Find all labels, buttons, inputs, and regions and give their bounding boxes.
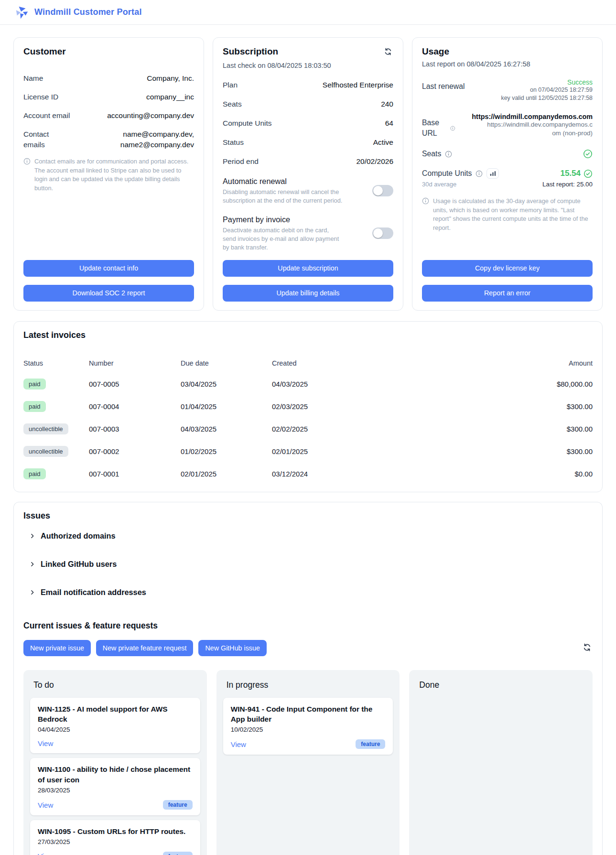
customer-actions: Update contact info Download SOC 2 repor… xyxy=(23,252,194,302)
app-header: Windmill Customer Portal xyxy=(0,0,616,25)
invoice-number: 007-0003 xyxy=(89,425,181,433)
board-actions: New private issue New private feature re… xyxy=(23,640,593,656)
invoice-row: paid 007-0001 02/01/2025 03/12/2024 $0.0… xyxy=(23,468,593,479)
col-status: Status xyxy=(23,359,89,367)
info-icon xyxy=(476,170,483,177)
field-license-id: License ID company__inc xyxy=(23,92,194,102)
chevron-right-icon xyxy=(29,561,35,567)
last-renewal-row: Last renewal Success on 07/04/2025 18:27… xyxy=(422,78,593,102)
bar-chart-icon xyxy=(490,171,496,176)
invoice-amount: $300.00 xyxy=(491,447,593,455)
invoice-due-date: 01/04/2025 xyxy=(181,402,272,411)
compute-units-average: 15.54 xyxy=(560,169,581,178)
seats-row: Seats xyxy=(422,149,593,159)
status-badge: paid xyxy=(23,401,46,412)
view-link[interactable]: View xyxy=(38,852,53,855)
payment-by-invoice-toggle[interactable] xyxy=(372,227,393,239)
kanban-card[interactable]: WIN-1100 - ability to hide / chose place… xyxy=(30,758,200,815)
last-renewal-status: Success xyxy=(501,78,593,86)
key-valid-until: key valid until 12/05/2025 18:27:58 xyxy=(501,94,593,102)
subscription-card-title: Subscription xyxy=(223,46,278,57)
subscription-last-check: Last check on 08/04/2025 18:03:50 xyxy=(223,62,393,69)
status-badge: paid xyxy=(23,468,46,479)
field-plan: Plan Selfhosted Enterprise xyxy=(223,80,393,90)
kanban-column-title: Done xyxy=(419,680,586,690)
automatic-renewal-toggle[interactable] xyxy=(372,185,393,196)
status-badge: uncollectible xyxy=(23,446,68,457)
kanban-card[interactable]: WIN-1125 - AI model support for AWS Bedr… xyxy=(30,698,200,754)
info-icon xyxy=(23,158,31,165)
col-amount: Amount xyxy=(491,359,593,367)
chevron-right-icon xyxy=(29,533,35,539)
invoice-amount: $0.00 xyxy=(491,470,593,478)
base-url-row: Base URL https://windmill.companydemos.c… xyxy=(422,113,593,139)
automatic-renewal-label: Automatic renewal xyxy=(223,177,343,186)
compute-units-average-caption: 30d average xyxy=(422,181,456,188)
invoice-row: paid 007-0005 03/04/2025 04/03/2025 $80,… xyxy=(23,379,593,390)
view-link[interactable]: View xyxy=(38,801,53,809)
invoice-due-date: 01/02/2025 xyxy=(181,447,272,455)
compute-units-last-report: Last report: 25.00 xyxy=(542,181,593,188)
subscription-card: Subscription Last check on 08/04/2025 18… xyxy=(213,37,403,311)
invoice-amount: $300.00 xyxy=(491,402,593,411)
invoice-created: 03/12/2024 xyxy=(272,470,491,478)
field-status: Status Active xyxy=(223,137,393,148)
issues-title: Issues xyxy=(23,511,593,521)
field-compute-units: Compute Units 64 xyxy=(223,118,393,129)
usage-actions: Copy dev license key Report an error xyxy=(422,252,593,302)
report-an-error-button[interactable]: Report an error xyxy=(422,285,593,302)
invoice-number: 007-0005 xyxy=(89,380,181,388)
feature-tag: feature xyxy=(163,852,193,855)
automatic-renewal-description: Disabling automatic renewal will cancel … xyxy=(223,188,343,205)
seats-ok-check-icon xyxy=(583,149,593,159)
customer-card: Customer Name Company, Inc. License ID c… xyxy=(13,37,204,311)
view-link[interactable]: View xyxy=(231,740,246,748)
customer-card-title: Customer xyxy=(23,46,194,57)
col-due-date: Due date xyxy=(181,359,272,367)
last-renewal-date: on 07/04/2025 18:27:59 xyxy=(501,86,593,94)
kanban-column-done: Done xyxy=(409,670,593,855)
invoice-created: 02/03/2025 xyxy=(272,402,491,411)
update-contact-info-button[interactable]: Update contact info xyxy=(23,260,194,277)
section-authorized-domains[interactable]: Authorized domains xyxy=(29,531,593,541)
invoice-created: 02/02/2025 xyxy=(272,425,491,433)
refresh-subscription-icon[interactable] xyxy=(383,46,393,58)
invoice-created: 02/01/2025 xyxy=(272,447,491,455)
info-icon xyxy=(445,151,452,158)
kanban-column-in-progress: In progress WIN-941 - Code Input Compone… xyxy=(216,670,400,855)
invoice-number: 007-0001 xyxy=(89,470,181,478)
kanban-card[interactable]: WIN-1095 - Custom URLs for HTTP routes. … xyxy=(30,820,200,855)
update-billing-details-button[interactable]: Update billing details xyxy=(223,285,393,302)
kanban-column-todo: To do WIN-1125 - AI model support for AW… xyxy=(23,670,207,855)
kanban-column-title: In progress xyxy=(227,680,393,690)
new-github-issue-button[interactable]: New GitHub issue xyxy=(198,640,266,656)
invoice-due-date: 04/03/2025 xyxy=(181,425,272,433)
customer-note: Contact emails are for communication and… xyxy=(23,157,194,193)
refresh-issues-icon[interactable] xyxy=(582,642,593,654)
compute-units-chart-button[interactable] xyxy=(486,168,499,179)
invoice-due-date: 02/01/2025 xyxy=(181,470,272,478)
status-badge: uncollectible xyxy=(23,423,68,434)
new-private-issue-button[interactable]: New private issue xyxy=(23,640,91,656)
invoice-row: uncollectible 007-0003 04/03/2025 02/02/… xyxy=(23,423,593,434)
section-email-notification-addresses[interactable]: Email notification addresses xyxy=(29,588,593,597)
field-period-end: Period end 20/02/2026 xyxy=(223,156,393,167)
kanban-column-title: To do xyxy=(33,680,200,690)
status-badge: paid xyxy=(23,379,46,390)
download-soc2-report-button[interactable]: Download SOC 2 report xyxy=(23,285,194,302)
copy-dev-license-key-button[interactable]: Copy dev license key xyxy=(422,260,593,277)
invoice-created: 04/03/2025 xyxy=(272,380,491,388)
compute-units-block: Compute Units 15.54 30d average Last rep… xyxy=(422,168,593,188)
payment-by-invoice-label: Payment by invoice xyxy=(223,215,343,224)
update-subscription-button[interactable]: Update subscription xyxy=(223,260,393,277)
info-icon xyxy=(450,125,455,132)
last-renewal-label: Last renewal xyxy=(422,82,465,91)
base-url-prod: https://windmill.companydemos.com xyxy=(472,113,593,120)
section-linked-github-users[interactable]: Linked GitHub users xyxy=(29,560,593,569)
feature-tag: feature xyxy=(163,800,193,810)
new-private-feature-request-button[interactable]: New private feature request xyxy=(96,640,194,656)
view-link[interactable]: View xyxy=(38,739,53,747)
field-contact-emails: Contact emails name@company.dev, name2@c… xyxy=(23,129,194,150)
invoice-number: 007-0004 xyxy=(89,402,181,411)
kanban-card[interactable]: WIN-941 - Code Input Component for the A… xyxy=(223,698,393,755)
